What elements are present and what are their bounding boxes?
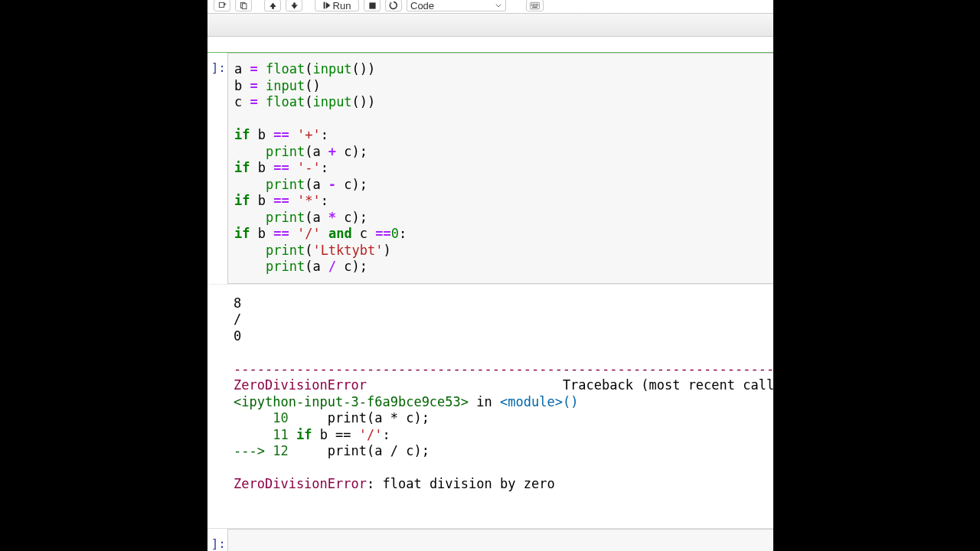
input-prompt: ]: [207,529,227,552]
svg-rect-12 [537,3,538,4]
arrow-down-icon [290,2,299,10]
command-palette-button[interactable] [526,0,544,11]
svg-rect-18 [532,6,537,7]
jupyter-notebook: Run Code ]: a = float(input()) b = input… [207,0,773,551]
insert-icon [218,2,227,10]
svg-rect-15 [534,5,535,5]
input-prompt: ]: [207,53,227,284]
move-up-button[interactable] [264,0,281,11]
svg-rect-13 [531,5,532,5]
chevron-down-icon [495,2,502,9]
svg-rect-11 [536,3,537,4]
svg-rect-14 [533,5,534,5]
code-input[interactable]: a = float(input()) b = input() c = float… [227,53,773,284]
copy-icon [240,2,248,10]
svg-rect-10 [534,3,535,4]
cell-type-select[interactable]: Code [407,0,506,11]
svg-rect-17 [537,5,538,5]
code-input[interactable] [227,529,773,552]
svg-rect-5 [323,2,325,9]
svg-rect-6 [369,2,375,8]
notebook-area: ]: a = float(input()) b = input() c = fl… [207,37,773,551]
svg-rect-0 [219,2,224,7]
restart-button[interactable] [385,0,402,11]
keyboard-icon [530,2,540,10]
svg-rect-9 [533,3,534,4]
svg-rect-8 [531,3,532,4]
toolbar: Run Code [207,0,773,14]
toolbar-strip [207,14,773,37]
run-button[interactable]: Run [315,0,359,11]
arrow-up-icon [269,2,277,10]
copy-button[interactable] [235,0,252,11]
code-cell-2[interactable]: ]: [207,528,773,552]
move-down-button[interactable] [286,0,302,11]
run-label: Run [333,0,351,11]
cell-output: 8 / 0 ----------------------------------… [207,285,773,507]
interrupt-button[interactable] [364,0,381,11]
run-icon [323,2,331,9]
svg-rect-4 [242,3,247,8]
svg-rect-16 [536,5,537,5]
insert-cell-button[interactable] [214,0,230,11]
stop-icon [368,2,377,10]
restart-icon [389,1,398,10]
code-cell-1[interactable]: ]: a = float(input()) b = input() c = fl… [207,52,773,285]
cell-type-value: Code [410,0,434,11]
